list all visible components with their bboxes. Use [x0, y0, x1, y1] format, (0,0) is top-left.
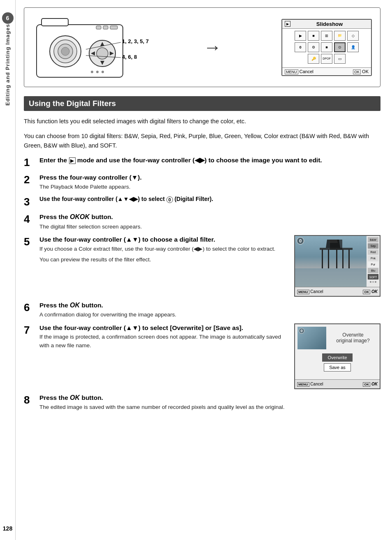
step-2-desc: The Playback Mode Palette appears.: [39, 183, 380, 191]
step-3-content: Use the four-way controller (▲▼◀▶) to se…: [39, 195, 380, 203]
step-7-left: 7 Use the four-way controller (▲▼) to se…: [24, 323, 288, 354]
screen-icon-rect: ▭: [334, 54, 346, 64]
step-8-number: 8: [24, 393, 39, 406]
screen-ok: OK OK: [353, 69, 369, 74]
overwrite-btn-save-as[interactable]: Save as: [324, 363, 351, 372]
step-7-row: 7 Use the four-way controller (▲▼) to se…: [24, 323, 380, 389]
step-4-title-prefix: Press the: [39, 213, 68, 220]
step-3-digital-filter-label: (Digital Filter).: [175, 196, 213, 202]
step-1-title: Enter the ▶ mode and use the four-way co…: [39, 156, 380, 165]
screen-icon-grid: ⊞: [321, 31, 332, 41]
screen-row-2: 0 ⚙ ■ ⊙ 👤: [285, 42, 369, 52]
filter-item-2: Sep: [368, 243, 378, 249]
screen-icon-key: 🔑: [308, 54, 319, 64]
svg-rect-1: [42, 18, 68, 26]
screen-icon-settings: ⚙: [308, 42, 319, 52]
screen-bottom-bar: MENU Cancel OK OK: [282, 67, 371, 75]
arrow-right-icon: →: [203, 38, 221, 56]
filter-top-icon: 0: [297, 237, 304, 245]
step-4: 4 Press the OKOK button. The digital fil…: [24, 212, 380, 231]
screen-icon-diamond: ◇: [347, 31, 359, 41]
screen-icon-stop: ■: [308, 31, 319, 41]
svg-rect-20: [295, 268, 370, 287]
overwrite-thumbnail: 0: [297, 327, 326, 349]
filter-circle-icon: 0: [297, 237, 304, 245]
overwrite-text-line1: Overwrite: [342, 332, 363, 338]
screen-grid: ▶ ■ ⊞ 📁 ◇ 0 ⚙ ■ ⊙ 👤 🔑 DPOF: [282, 29, 371, 67]
diagram-label2: 4, 6, 8: [122, 54, 137, 60]
step-5: 5 Use the four-way controller (▲▼) to ch…: [24, 235, 288, 264]
step-2-content: Press the four-way controller (▼). The P…: [39, 173, 380, 191]
filter-ok: OK OK: [363, 289, 378, 294]
step-3-title: Use the four-way controller (▲▼◀▶) to se…: [39, 195, 380, 203]
screen-icon-person: 👤: [347, 42, 359, 52]
step-7-screen: 0 Overwrite original image? Overwrite Sa…: [294, 323, 380, 389]
step-7-content: Use the four-way controller (▲▼) to sele…: [39, 323, 288, 350]
filter-bottom-bar: MENU Cancel OK OK: [295, 287, 380, 296]
step-1-number: 1: [24, 156, 39, 169]
filter-dots: [368, 281, 378, 283]
screen-icon-selected: ⊙: [334, 42, 346, 52]
step-5-desc1: If you choose a Color extract filter, us…: [39, 245, 288, 253]
step-5-left: 5 Use the four-way controller (▲▼) to ch…: [24, 235, 288, 268]
step-6: 6 Press the OK button. A confirmation di…: [24, 301, 380, 319]
svg-rect-8: [110, 26, 118, 29]
screen-menu-cancel: MENU Cancel: [285, 69, 314, 74]
overwrite-btn-overwrite[interactable]: Overwrite: [322, 353, 352, 362]
step-7: 7 Use the four-way controller (▲▼) to se…: [24, 323, 288, 350]
screen-mockup: ▶ Slideshow ▶ ■ ⊞ 📁 ◇ 0 ⚙ ■ ⊙: [281, 19, 372, 76]
screen-icon-zero: 0: [295, 42, 306, 52]
intro-text-2: You can choose from 10 digital filters: …: [24, 132, 380, 150]
filter-item-1: B&W: [368, 237, 378, 242]
step-1-content: Enter the ▶ mode and use the four-way co…: [39, 156, 380, 165]
svg-rect-25: [336, 249, 337, 268]
overwrite-ok: OK OK: [363, 382, 378, 386]
overwrite-text-line2: original image?: [336, 338, 369, 344]
diagram-label1: 1, 2, 3, 5, 7: [122, 38, 149, 44]
step-6-number: 6: [24, 301, 39, 314]
section-heading: Using the Digital Filters: [24, 96, 380, 111]
filter-item-5: Pur: [368, 262, 378, 267]
svg-rect-27: [348, 249, 350, 268]
step-8-content: Press the OK button. The edited image is…: [39, 393, 380, 412]
step-8-desc: The edited image is saved with the same …: [39, 403, 380, 411]
overwrite-bottom-bar: MENU Cancel OK OK: [295, 379, 380, 388]
step-8: 8 Press the OK button. The edited image …: [24, 393, 380, 412]
svg-point-10: [97, 48, 108, 59]
step-1-title-suffix: mode and use the four-way controller (◀▶…: [77, 157, 322, 164]
digital-filter-icon: 0: [166, 196, 173, 203]
step-5-number: 5: [24, 235, 39, 248]
svg-point-5: [61, 47, 69, 55]
screen-icon-dpof: DPOF: [321, 54, 332, 64]
screen-title: Slideshow: [316, 21, 343, 27]
screen-icon-play: ▶: [295, 31, 306, 41]
step-5-title: Use the four-way controller (▲▼) to choo…: [39, 235, 288, 244]
diagram-box: 1, 2, 3, 5, 7 4, 6, 8 → ▶ Slideshow ▶ ■ …: [24, 7, 380, 87]
svg-rect-23: [322, 249, 323, 268]
step-3-number: 3: [24, 195, 39, 208]
step-6-content: Press the OK button. A confirmation dial…: [39, 301, 380, 319]
page-number: 128: [3, 525, 12, 532]
step-7-title: Use the four-way controller (▲▼) to sele…: [39, 323, 288, 332]
play-icon: ▶: [285, 21, 291, 27]
step-5-row: 5 Use the four-way controller (▲▼) to ch…: [24, 235, 380, 297]
step-7-desc1: If the image is protected, a confirmatio…: [39, 333, 288, 350]
overwrite-screen: 0 Overwrite original image? Overwrite Sa…: [294, 323, 380, 389]
step-4-title-suffix: button.: [91, 213, 113, 220]
step-2: 2 Press the four-way controller (▼). The…: [24, 173, 380, 191]
svg-point-16: [96, 71, 99, 73]
filter-item-soft-selected: SOFT: [368, 274, 378, 279]
step-1: 1 Enter the ▶ mode and use the four-way …: [24, 156, 380, 169]
svg-point-15: [91, 71, 93, 73]
step-6-title: Press the OK button.: [39, 301, 380, 310]
steps-container: 1 Enter the ▶ mode and use the four-way …: [24, 156, 380, 411]
step-2-number: 2: [24, 173, 39, 186]
svg-rect-6: [96, 26, 101, 29]
svg-point-17: [101, 71, 104, 73]
screen-icon-folder: 📁: [334, 31, 346, 41]
step-2-title: Press the four-way controller (▼).: [39, 173, 380, 182]
step-8-title: Press the OK button.: [39, 393, 380, 402]
step-4-content: Press the OKOK button. The digital filte…: [39, 212, 380, 231]
svg-rect-7: [103, 26, 108, 29]
step-7-number: 7: [24, 323, 39, 337]
